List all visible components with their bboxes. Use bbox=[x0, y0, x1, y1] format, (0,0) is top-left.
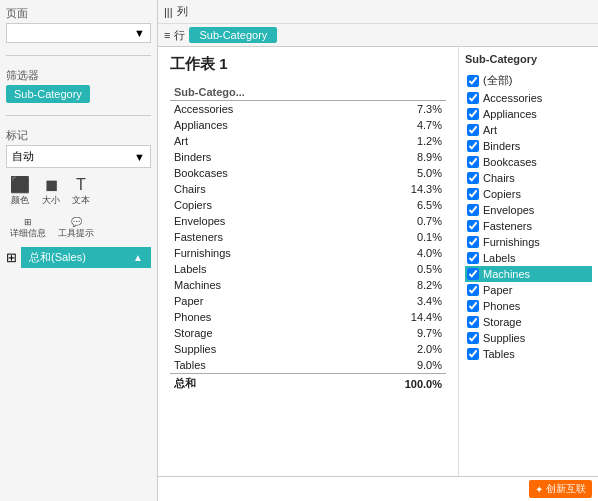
text-btn[interactable]: T 文本 bbox=[68, 173, 94, 211]
table-row: Storage9.7% bbox=[170, 325, 446, 341]
sub-category-pill[interactable]: Sub-Category bbox=[189, 27, 277, 43]
filter-item[interactable]: Supplies bbox=[465, 330, 592, 346]
row-name: Accessories bbox=[170, 101, 345, 118]
filter-checkbox[interactable] bbox=[467, 220, 479, 232]
detail-row: ⊞ 详细信息 💬 工具提示 bbox=[6, 215, 151, 242]
filter-item[interactable]: Phones bbox=[465, 298, 592, 314]
filter-checkbox[interactable] bbox=[467, 236, 479, 248]
filter-checkbox[interactable] bbox=[467, 300, 479, 312]
row-name: Storage bbox=[170, 325, 345, 341]
filter-checkbox[interactable] bbox=[467, 92, 479, 104]
filter-item[interactable]: Machines bbox=[465, 266, 592, 282]
size-label: 大小 bbox=[42, 194, 60, 207]
text-icon: T bbox=[76, 177, 86, 193]
filter-panel-title: Sub-Category bbox=[465, 53, 592, 65]
table-row: Paper3.4% bbox=[170, 293, 446, 309]
table-row: Appliances4.7% bbox=[170, 117, 446, 133]
row-value: 0.1% bbox=[345, 229, 446, 245]
page-dropdown[interactable]: ▼ bbox=[6, 23, 151, 43]
total-value: 100.0% bbox=[345, 374, 446, 394]
cols-icon: ||| bbox=[164, 6, 173, 18]
row-value: 7.3% bbox=[345, 101, 446, 118]
sum-button[interactable]: 总和(Sales) ▲ bbox=[21, 247, 151, 268]
filter-item[interactable]: Copiers bbox=[465, 186, 592, 202]
detail-label: 详细信息 bbox=[10, 227, 46, 240]
auto-dropdown[interactable]: 自动 ▼ bbox=[6, 145, 151, 168]
row-name: Furnishings bbox=[170, 245, 345, 261]
filter-checkbox[interactable] bbox=[467, 188, 479, 200]
filter-checkbox[interactable] bbox=[467, 172, 479, 184]
table-row: Tables9.0% bbox=[170, 357, 446, 374]
filter-item-label: Phones bbox=[483, 300, 520, 312]
row-value: 0.5% bbox=[345, 261, 446, 277]
row-name: Chairs bbox=[170, 181, 345, 197]
tooltip-btn[interactable]: 💬 工具提示 bbox=[54, 215, 98, 242]
content-area: 工作表 1 Sub-Catego... Accessories7.3%Appli… bbox=[158, 47, 598, 476]
detail-icon: ⊞ bbox=[24, 217, 32, 227]
filter-item-label: Labels bbox=[483, 252, 515, 264]
logo-icon: ✦ bbox=[535, 484, 543, 495]
row-name: Paper bbox=[170, 293, 345, 309]
filter-item[interactable]: Binders bbox=[465, 138, 592, 154]
filter-item[interactable]: Envelopes bbox=[465, 202, 592, 218]
divider-1 bbox=[6, 55, 151, 56]
filter-checkbox[interactable] bbox=[467, 316, 479, 328]
filter-item-label: Envelopes bbox=[483, 204, 534, 216]
divider-2 bbox=[6, 115, 151, 116]
main-area: ||| 列 ≡ 行 Sub-Category 工作表 1 Sub-Catego.… bbox=[158, 0, 598, 501]
table-row: Fasteners0.1% bbox=[170, 229, 446, 245]
sum-add-icon[interactable]: ⊞ bbox=[6, 250, 17, 265]
table-row: Accessories7.3% bbox=[170, 101, 446, 118]
filter-item[interactable]: Paper bbox=[465, 282, 592, 298]
filter-item[interactable]: (全部) bbox=[465, 71, 592, 90]
filter-item-label: Chairs bbox=[483, 172, 515, 184]
row-name: Envelopes bbox=[170, 213, 345, 229]
total-row: 总和100.0% bbox=[170, 374, 446, 394]
filter-item[interactable]: Chairs bbox=[465, 170, 592, 186]
filter-item[interactable]: Labels bbox=[465, 250, 592, 266]
filter-tag[interactable]: Sub-Category bbox=[6, 85, 90, 103]
filter-checkbox[interactable] bbox=[467, 204, 479, 216]
logo-text: 创新互联 bbox=[546, 482, 586, 496]
filter-item[interactable]: Storage bbox=[465, 314, 592, 330]
logo-badge: ✦ 创新互联 bbox=[529, 480, 592, 498]
filter-checkbox[interactable] bbox=[467, 140, 479, 152]
rows-row: ≡ 行 Sub-Category bbox=[158, 24, 598, 46]
filter-checkbox[interactable] bbox=[467, 108, 479, 120]
filter-checkbox[interactable] bbox=[467, 348, 479, 360]
size-btn[interactable]: ◼ 大小 bbox=[38, 173, 64, 211]
filter-item[interactable]: Accessories bbox=[465, 90, 592, 106]
filter-checkbox[interactable] bbox=[467, 252, 479, 264]
filter-item[interactable]: Furnishings bbox=[465, 234, 592, 250]
detail-btn[interactable]: ⊞ 详细信息 bbox=[6, 215, 50, 242]
top-bar: ||| 列 ≡ 行 Sub-Category bbox=[158, 0, 598, 47]
filter-checkbox[interactable] bbox=[467, 124, 479, 136]
mark-section: 标记 自动 ▼ ⬛ 颜色 ◼ 大小 T 文本 ⊞ 详细信息 bbox=[6, 128, 151, 268]
row-name: Labels bbox=[170, 261, 345, 277]
worksheet-title: 工作表 1 bbox=[170, 55, 446, 74]
logo-area: ✦ 创新互联 bbox=[158, 476, 598, 501]
table-area: 工作表 1 Sub-Catego... Accessories7.3%Appli… bbox=[158, 47, 458, 476]
filter-item[interactable]: Art bbox=[465, 122, 592, 138]
filter-section: 筛选器 Sub-Category bbox=[6, 68, 151, 103]
cols-row: ||| 列 bbox=[158, 0, 598, 24]
filter-checkbox[interactable] bbox=[467, 268, 479, 280]
color-btn[interactable]: ⬛ 颜色 bbox=[6, 173, 34, 211]
filter-item[interactable]: Appliances bbox=[465, 106, 592, 122]
table-row: Copiers6.5% bbox=[170, 197, 446, 213]
filter-checkbox[interactable] bbox=[467, 284, 479, 296]
filter-checkbox[interactable] bbox=[467, 75, 479, 87]
rows-label: 行 bbox=[174, 28, 185, 43]
row-value: 4.7% bbox=[345, 117, 446, 133]
auto-label: 自动 bbox=[12, 149, 34, 164]
row-value: 8.2% bbox=[345, 277, 446, 293]
tooltip-icon: 💬 bbox=[71, 217, 82, 227]
filter-item[interactable]: Tables bbox=[465, 346, 592, 362]
auto-dropdown-arrow: ▼ bbox=[134, 151, 145, 163]
row-name: Copiers bbox=[170, 197, 345, 213]
filter-item[interactable]: Fasteners bbox=[465, 218, 592, 234]
cols-label: 列 bbox=[177, 4, 188, 19]
filter-item[interactable]: Bookcases bbox=[465, 154, 592, 170]
filter-checkbox[interactable] bbox=[467, 332, 479, 344]
filter-checkbox[interactable] bbox=[467, 156, 479, 168]
